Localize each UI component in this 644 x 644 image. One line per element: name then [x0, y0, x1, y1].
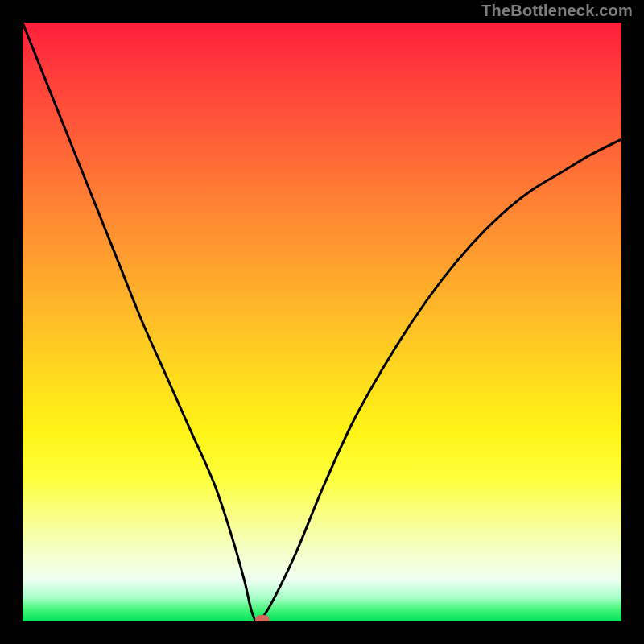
optimal-point-marker [255, 615, 270, 621]
watermark-text: TheBottleneck.com [481, 2, 633, 20]
plot-area [23, 23, 621, 621]
bottleneck-curve [23, 23, 621, 621]
outer-frame: TheBottleneck.com [0, 0, 644, 644]
